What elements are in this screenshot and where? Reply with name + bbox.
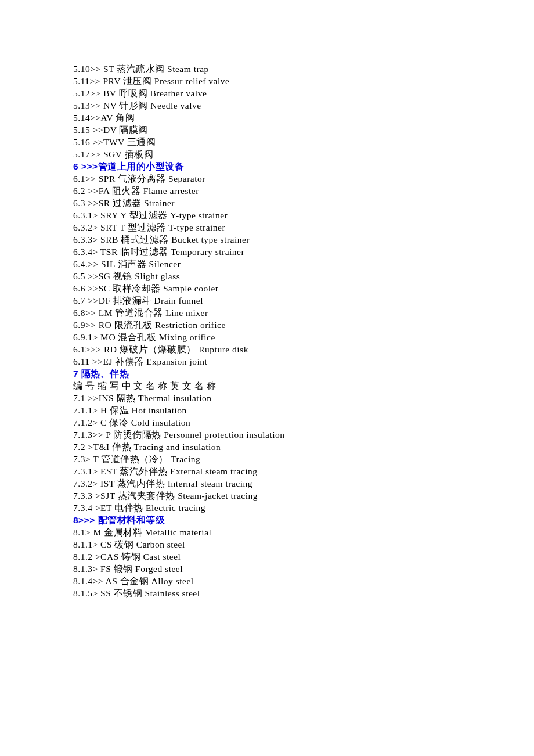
entry-line: 6.6 >>SC 取样冷却器 Sample cooler bbox=[73, 282, 534, 294]
entry-line: 6.9.1> MO 混合孔板 Mixing orifice bbox=[73, 331, 534, 343]
entry-line: 编 号 缩 写 中 文 名 称 英 文 名 称 bbox=[73, 380, 534, 392]
entry-line: 6.8>> LM 管道混合器 Line mixer bbox=[73, 307, 534, 319]
entry-line: 7.3.1> EST 蒸汽外伴热 External steam tracing bbox=[73, 465, 534, 477]
entry-line: 6.11 >>EJ 补偿器 Expansion joint bbox=[73, 355, 534, 368]
entry-line: 6.2 >>FA 阻火器 Flame arrester bbox=[73, 185, 534, 197]
entry-line: 8.1> M 金属材料 Metallic material bbox=[73, 526, 534, 538]
entry-line: 5.14>>AV 角阀 bbox=[73, 111, 534, 124]
heading-number: 7 bbox=[73, 369, 81, 379]
entry-line: 6.4.>> SIL 消声器 Silencer bbox=[73, 258, 534, 270]
entry-line: 6.3.1> SRY Y 型过滤器 Y-type strainer bbox=[73, 209, 534, 221]
entry-line: 6.1>>> RD 爆破片（爆破膜） Rupture disk bbox=[73, 343, 534, 355]
entry-line: 7.1.3>> P 防烫伤隔热 Personnel protection ins… bbox=[73, 429, 534, 441]
entry-line: 8.1.4>> AS 合金钢 Alloy steel bbox=[73, 575, 534, 587]
entry-line: 5.16 >>TWV 三通阀 bbox=[73, 136, 534, 148]
entry-line: 5.11>> PRV 泄压阀 Pressur relief valve bbox=[73, 75, 534, 87]
section-heading: 7 隔热、伴热 bbox=[73, 368, 534, 380]
entry-line: 5.17>> SGV 插板阀 bbox=[73, 148, 534, 160]
entry-line: 6.3.2> SRT T 型过滤器 T-type strainer bbox=[73, 221, 534, 233]
entry-line: 7.3.3 >SJT 蒸汽夹套伴热 Steam-jacket tracing bbox=[73, 489, 534, 502]
entry-line: 8.1.1> CS 碳钢 Carbon steel bbox=[73, 538, 534, 550]
entry-line: 7.1.1> H 保温 Hot insulation bbox=[73, 404, 534, 416]
document-body: 5.10>> ST 蒸汽疏水阀 Steam trap5.11>> PRV 泄压阀… bbox=[73, 63, 534, 599]
heading-text: 配管材料和等级 bbox=[98, 515, 165, 525]
entry-line: 8.1.3> FS 锻钢 Forged steel bbox=[73, 563, 534, 575]
heading-number: 8>>> bbox=[73, 515, 98, 525]
entry-line: 6.5 >>SG 视镜 Slight glass bbox=[73, 270, 534, 282]
entry-line: 6.3.4> TSR 临时过滤器 Temporary strainer bbox=[73, 246, 534, 258]
entry-line: 5.10>> ST 蒸汽疏水阀 Steam trap bbox=[73, 63, 534, 75]
entry-line: 6.7 >>DF 排液漏斗 Drain funnel bbox=[73, 294, 534, 307]
heading-text: 隔热、伴热 bbox=[81, 369, 129, 379]
entry-line: 5.13>> NV 针形阀 Needle valve bbox=[73, 99, 534, 111]
entry-line: 8.1.2 >CAS 铸钢 Cast steel bbox=[73, 550, 534, 563]
entry-line: 7.2 >T&I 伴热 Tracing and insulation bbox=[73, 441, 534, 453]
entry-line: 6.9>> RO 限流孔板 Restriction orifice bbox=[73, 319, 534, 331]
entry-line: 7.1.2> C 保冷 Cold insulation bbox=[73, 416, 534, 429]
entry-line: 8.1.5> SS 不锈钢 Stainless steel bbox=[73, 587, 534, 599]
entry-line: 7.3.2> IST 蒸汽内伴热 Internal steam tracing bbox=[73, 477, 534, 489]
entry-line: 7.1 >>INS 隔热 Thermal insulation bbox=[73, 392, 534, 404]
entry-line: 7.3> T 管道伴热（冷） Tracing bbox=[73, 453, 534, 465]
entry-line: 6.3.3> SRB 桶式过滤器 Bucket type strainer bbox=[73, 233, 534, 246]
entry-line: 5.15 >>DV 隔膜阀 bbox=[73, 124, 534, 136]
section-heading: 6 >>>管道上用的小型设备 bbox=[73, 160, 534, 172]
heading-number: 6 >>> bbox=[73, 161, 98, 171]
section-heading: 8>>> 配管材料和等级 bbox=[73, 514, 534, 526]
entry-line: 7.3.4 >ET 电伴热 Electric tracing bbox=[73, 502, 534, 514]
heading-text: 管道上用的小型设备 bbox=[98, 161, 185, 171]
entry-line: 5.12>> BV 呼吸阀 Breather valve bbox=[73, 87, 534, 99]
entry-line: 6.1>> SPR 气液分离器 Separator bbox=[73, 172, 534, 185]
entry-line: 6.3 >>SR 过滤器 Strainer bbox=[73, 197, 534, 209]
